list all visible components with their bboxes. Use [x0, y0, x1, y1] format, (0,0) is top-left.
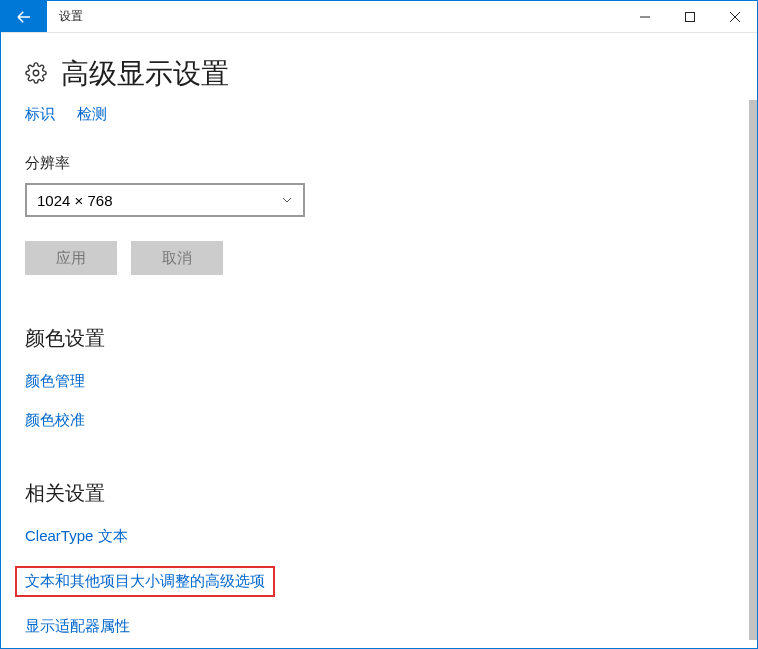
- minimize-icon: [640, 12, 650, 22]
- color-section-title: 颜色设置: [25, 325, 733, 352]
- highlight-box: 文本和其他项目大小调整的高级选项: [15, 566, 275, 597]
- resolution-value: 1024 × 768: [37, 192, 113, 209]
- cancel-button: 取消: [131, 241, 223, 275]
- color-links: 颜色管理 颜色校准: [25, 372, 733, 430]
- cleartype-link[interactable]: ClearType 文本: [25, 527, 128, 544]
- scrollbar-thumb[interactable]: [749, 100, 757, 640]
- gear-icon: [25, 62, 47, 87]
- maximize-button[interactable]: [667, 1, 712, 32]
- adapter-properties-link[interactable]: 显示适配器属性: [25, 617, 130, 634]
- page-header: 高级显示设置: [25, 55, 733, 93]
- scrollbar-track[interactable]: [745, 33, 757, 648]
- resolution-dropdown[interactable]: 1024 × 768: [25, 183, 305, 217]
- chevron-down-icon: [281, 192, 293, 209]
- related-section-title: 相关设置: [25, 480, 733, 507]
- related-links: ClearType 文本 文本和其他项目大小调整的高级选项 显示适配器属性: [25, 527, 733, 636]
- titlebar: 设置: [1, 1, 757, 33]
- color-calibration-link[interactable]: 颜色校准: [25, 411, 85, 428]
- close-icon: [730, 12, 740, 22]
- arrow-left-icon: [15, 8, 33, 26]
- detect-link[interactable]: 检测: [77, 105, 107, 122]
- resolution-label: 分辨率: [25, 154, 733, 173]
- titlebar-spacer: [95, 1, 622, 32]
- page-title: 高级显示设置: [61, 55, 229, 93]
- content-area: 高级显示设置 标识 检测 分辨率 1024 × 768 应用 取消 颜色设置 颜…: [1, 33, 757, 648]
- svg-rect-0: [685, 12, 694, 21]
- close-button[interactable]: [712, 1, 757, 32]
- maximize-icon: [685, 12, 695, 22]
- identify-link[interactable]: 标识: [25, 105, 55, 122]
- window-title: 设置: [47, 1, 95, 32]
- button-row: 应用 取消: [25, 241, 733, 275]
- display-action-links: 标识 检测: [25, 105, 733, 124]
- apply-button: 应用: [25, 241, 117, 275]
- color-management-link[interactable]: 颜色管理: [25, 372, 85, 389]
- advanced-sizing-link[interactable]: 文本和其他项目大小调整的高级选项: [25, 572, 265, 589]
- minimize-button[interactable]: [622, 1, 667, 32]
- back-button[interactable]: [1, 1, 47, 32]
